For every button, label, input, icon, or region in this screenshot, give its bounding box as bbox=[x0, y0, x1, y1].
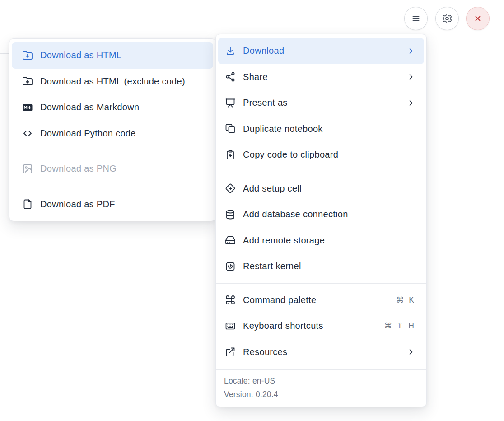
keyboard-icon bbox=[225, 321, 236, 332]
menu-item-label: Download as PNG bbox=[40, 164, 117, 174]
menu-item-download-python-code[interactable]: Download Python code bbox=[9, 121, 215, 147]
presentation-icon bbox=[225, 98, 236, 108]
menu-item-download-as-markdown[interactable]: Download as Markdown bbox=[9, 94, 215, 121]
download-icon bbox=[225, 46, 236, 56]
menu-item-restart-kernel[interactable]: Restart kernel bbox=[216, 253, 426, 280]
keyboard-shortcut-hint: ⌘ K bbox=[396, 295, 415, 305]
menu-item-add-database-connection[interactable]: Add database connection bbox=[216, 201, 426, 228]
folder-down-icon bbox=[22, 50, 33, 61]
external-link-icon bbox=[225, 346, 236, 357]
chevron-right-icon bbox=[406, 47, 415, 56]
markdown-download-icon bbox=[22, 102, 33, 113]
hamburger-menu-button[interactable] bbox=[404, 7, 428, 30]
power-icon bbox=[225, 261, 236, 272]
menu-item-download-as-html[interactable]: Download as HTML bbox=[12, 42, 213, 69]
close-button[interactable] bbox=[466, 7, 490, 30]
folder-down-icon bbox=[22, 76, 33, 87]
copy-icon bbox=[225, 123, 236, 134]
menu-item-command-palette[interactable]: Command palette ⌘ K bbox=[216, 287, 426, 313]
close-icon bbox=[472, 13, 483, 24]
hard-drive-icon bbox=[225, 235, 236, 246]
clipboard-arrow-icon bbox=[225, 150, 236, 160]
menu-item-label: Download as Markdown bbox=[40, 102, 139, 112]
menu-item-label: Share bbox=[243, 72, 268, 82]
notebook-actions-menu: Download Share Present as Duplicate note… bbox=[215, 34, 427, 407]
hamburger-icon bbox=[411, 13, 421, 24]
image-icon bbox=[22, 164, 33, 174]
menu-item-label: Command palette bbox=[243, 295, 316, 305]
share-icon bbox=[225, 71, 236, 82]
chevron-right-icon bbox=[406, 72, 415, 81]
chevron-right-icon bbox=[406, 98, 415, 108]
menu-item-share[interactable]: Share bbox=[216, 64, 426, 90]
menu-divider bbox=[216, 283, 426, 284]
menu-item-label: Download as HTML bbox=[40, 50, 121, 61]
menu-item-copy-code-to-clipboard[interactable]: Copy code to clipboard bbox=[216, 142, 426, 168]
locale-text: Locale: en-US bbox=[224, 374, 418, 388]
menu-item-duplicate-notebook[interactable]: Duplicate notebook bbox=[216, 116, 426, 142]
menu-divider bbox=[9, 187, 215, 187]
menu-item-download[interactable]: Download bbox=[218, 38, 424, 64]
version-text: Version: 0.20.4 bbox=[224, 388, 418, 401]
menu-item-add-remote-storage[interactable]: Add remote storage bbox=[216, 228, 426, 254]
download-submenu: Download as HTML Download as HTML (exclu… bbox=[9, 38, 216, 221]
menu-item-label: Download bbox=[243, 46, 284, 56]
menu-footer: Locale: en-US Version: 0.20.4 bbox=[216, 369, 426, 407]
menu-item-label: Present as bbox=[243, 98, 288, 108]
menu-item-add-setup-cell[interactable]: Add setup cell bbox=[216, 176, 426, 202]
menu-item-label: Keyboard shortcuts bbox=[243, 321, 323, 331]
background-cell-border bbox=[0, 75, 9, 75]
background-cell-border bbox=[0, 53, 9, 54]
settings-button[interactable] bbox=[435, 7, 459, 30]
menu-item-keyboard-shortcuts[interactable]: Keyboard shortcuts ⌘ ⇧ H bbox=[216, 313, 426, 339]
menu-item-download-as-png: Download as PNG bbox=[9, 156, 215, 182]
menu-item-label: Download as PDF bbox=[40, 199, 115, 210]
menu-item-label: Download Python code bbox=[40, 128, 136, 139]
menu-item-label: Resources bbox=[243, 347, 287, 357]
menu-divider bbox=[9, 151, 215, 151]
menu-item-resources[interactable]: Resources bbox=[216, 339, 426, 365]
menu-item-label: Add remote storage bbox=[243, 235, 325, 246]
menu-item-download-as-pdf[interactable]: Download as PDF bbox=[9, 192, 215, 218]
file-icon bbox=[22, 199, 33, 210]
code-icon bbox=[22, 128, 33, 139]
diamond-plus-icon bbox=[225, 183, 236, 194]
menu-item-download-as-html-exclude-code[interactable]: Download as HTML (exclude code) bbox=[9, 69, 215, 95]
command-icon bbox=[225, 295, 236, 305]
menu-item-label: Restart kernel bbox=[243, 261, 301, 271]
menu-divider bbox=[216, 172, 426, 172]
menu-item-label: Add database connection bbox=[243, 209, 348, 220]
chevron-right-icon bbox=[406, 347, 415, 356]
database-icon bbox=[225, 209, 236, 220]
menu-item-label: Add setup cell bbox=[243, 183, 302, 194]
menu-item-label: Copy code to clipboard bbox=[243, 150, 338, 160]
keyboard-shortcut-hint: ⌘ ⇧ H bbox=[384, 321, 415, 331]
menu-item-label: Duplicate notebook bbox=[243, 124, 323, 134]
menu-item-label: Download as HTML (exclude code) bbox=[40, 76, 185, 87]
gear-icon bbox=[442, 13, 453, 24]
menu-item-present-as[interactable]: Present as bbox=[216, 90, 426, 116]
